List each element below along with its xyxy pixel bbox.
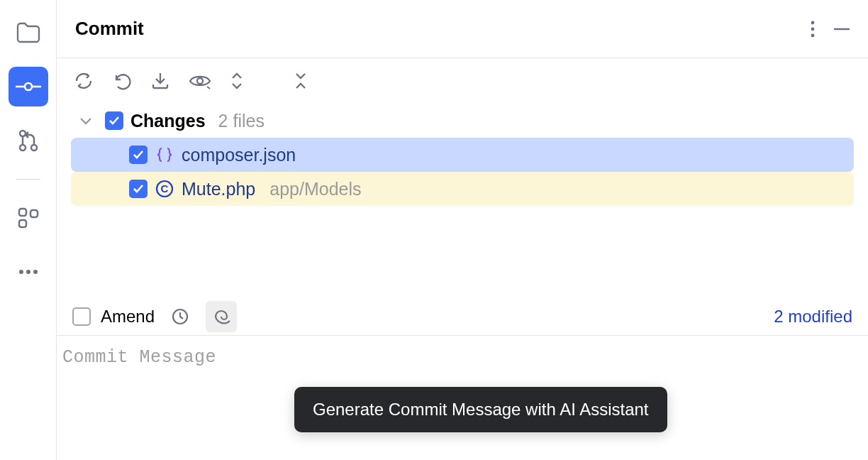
header-minimize-button[interactable] <box>834 28 850 31</box>
refresh-button[interactable] <box>74 71 94 91</box>
file-name: Mute.php <box>182 179 255 199</box>
svg-point-13 <box>811 27 815 31</box>
preview-button[interactable] <box>189 72 211 89</box>
changes-checkbox[interactable] <box>105 111 123 130</box>
expand-icon <box>230 71 244 91</box>
more-vertical-icon <box>810 20 816 38</box>
header-more-button[interactable] <box>810 20 816 38</box>
file-checkbox[interactable] <box>129 146 148 164</box>
commit-toolbar <box>57 58 868 101</box>
shelve-icon <box>150 71 170 91</box>
svg-rect-8 <box>19 220 26 227</box>
svg-text:C: C <box>161 182 169 195</box>
left-sidebar <box>0 0 57 460</box>
rollback-icon <box>112 71 132 91</box>
changes-count: 2 files <box>218 111 265 131</box>
collapse-icon <box>294 71 308 91</box>
folder-icon <box>16 22 40 43</box>
main-panel: Commit <box>57 0 868 460</box>
sidebar-merge[interactable] <box>9 121 48 160</box>
file-checkbox[interactable] <box>129 180 148 198</box>
ai-tooltip: Generate Commit Message with AI Assistan… <box>294 387 667 432</box>
amend-bar: Amend 2 modified <box>57 298 868 335</box>
pull-request-icon <box>17 129 40 152</box>
commit-node-icon <box>14 81 43 92</box>
json-file-icon <box>155 145 174 165</box>
header-actions <box>810 20 850 38</box>
history-button[interactable] <box>165 301 196 332</box>
chevron-down-icon[interactable] <box>79 116 92 125</box>
svg-point-12 <box>811 21 815 24</box>
amend-checkbox[interactable] <box>72 307 91 326</box>
svg-point-11 <box>33 270 38 274</box>
svg-point-0 <box>25 83 32 90</box>
file-path: app/Models <box>269 179 361 199</box>
svg-point-4 <box>20 145 26 150</box>
shelve-button[interactable] <box>150 71 170 91</box>
changes-header[interactable]: Changes 2 files <box>71 104 854 138</box>
svg-point-14 <box>811 33 815 37</box>
rollback-button[interactable] <box>112 71 132 91</box>
sidebar-more[interactable] <box>9 252 48 292</box>
file-row-mute[interactable]: C Mute.php app/Models <box>71 172 854 206</box>
sidebar-commit[interactable] <box>9 67 48 106</box>
svg-point-9 <box>19 270 23 274</box>
ai-spiral-icon <box>211 307 231 327</box>
more-horizontal-icon <box>18 269 39 275</box>
sidebar-structure[interactable] <box>9 198 48 238</box>
panel-title: Commit <box>75 18 144 40</box>
svg-point-10 <box>26 270 30 274</box>
tooltip-text: Generate Commit Message with AI Assistan… <box>313 400 649 419</box>
minimize-icon <box>834 28 850 31</box>
file-row-composer[interactable]: composer.json <box>71 138 854 172</box>
eye-icon <box>189 72 211 89</box>
expand-all-button[interactable] <box>230 71 244 91</box>
ai-generate-button[interactable] <box>206 301 237 332</box>
changes-tree: Changes 2 files composer.json <box>57 101 868 206</box>
file-name: composer.json <box>182 145 296 165</box>
class-file-icon: C <box>155 179 174 199</box>
sidebar-divider <box>16 179 40 180</box>
history-icon <box>171 307 189 326</box>
refresh-icon <box>74 71 94 91</box>
svg-point-5 <box>31 145 37 150</box>
amend-label: Amend <box>101 307 155 327</box>
svg-rect-7 <box>30 210 38 217</box>
svg-point-16 <box>197 78 203 84</box>
modified-count[interactable]: 2 modified <box>774 307 852 327</box>
commit-message-placeholder: Commit Message <box>62 347 216 368</box>
changes-label: Changes <box>130 111 206 131</box>
panel-header: Commit <box>57 0 868 58</box>
svg-rect-6 <box>19 209 26 216</box>
structure-icon <box>18 207 39 229</box>
svg-point-3 <box>20 131 26 136</box>
sidebar-folder[interactable] <box>9 13 48 53</box>
collapse-all-button[interactable] <box>294 71 308 91</box>
